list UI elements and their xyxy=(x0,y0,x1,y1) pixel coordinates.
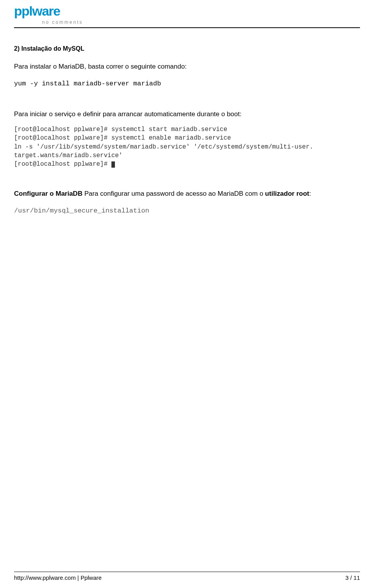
article-body: 2) Instalação do MySQL Para instalar o M… xyxy=(14,45,360,214)
config-mid: Para configurar uma password de acesso a… xyxy=(83,190,265,197)
boot-paragraph: Para iniciar o serviço e definir para ar… xyxy=(14,110,360,119)
logo-text: pplware xyxy=(14,5,91,19)
terminal-line: target.wants/mariadb.service' xyxy=(14,152,122,159)
footer-page-number: 3 / 11 xyxy=(345,574,360,581)
logo-tagline: no comments xyxy=(42,19,360,25)
command-secure-install: /usr/bin/mysql_secure_installation xyxy=(14,207,360,214)
page-footer: http://www.pplware.com | Pplware 3 / 11 xyxy=(14,572,360,581)
svg-text:pplware: pplware xyxy=(14,5,60,18)
terminal-line: [root@localhost pplware]# systemctl star… xyxy=(14,126,227,133)
config-strong-1: Configurar o MariaDB xyxy=(14,190,83,197)
terminal-line: [root@localhost pplware]# systemctl enab… xyxy=(14,135,231,142)
header-divider xyxy=(14,27,360,28)
footer-divider xyxy=(14,572,360,572)
footer-source: http://www.pplware.com | Pplware xyxy=(14,574,102,581)
terminal-line: ln -s '/usr/lib/systemd/system/mariadb.s… xyxy=(14,143,313,151)
terminal-line: [root@localhost pplware]# xyxy=(14,161,111,168)
intro-paragraph: Para instalar o MariaDB, basta correr o … xyxy=(14,62,360,71)
config-tail: : xyxy=(309,190,311,197)
site-logo: pplware xyxy=(14,5,360,21)
config-strong-2: utilizador root xyxy=(265,190,309,197)
step-heading: 2) Instalação do MySQL xyxy=(14,45,360,52)
terminal-output: [root@localhost pplware]# systemctl star… xyxy=(14,125,360,169)
cursor-icon xyxy=(111,161,115,168)
config-paragraph: Configurar o MariaDB Para configurar uma… xyxy=(14,189,360,199)
command-install: yum -y install mariadb-server mariadb xyxy=(14,80,360,87)
